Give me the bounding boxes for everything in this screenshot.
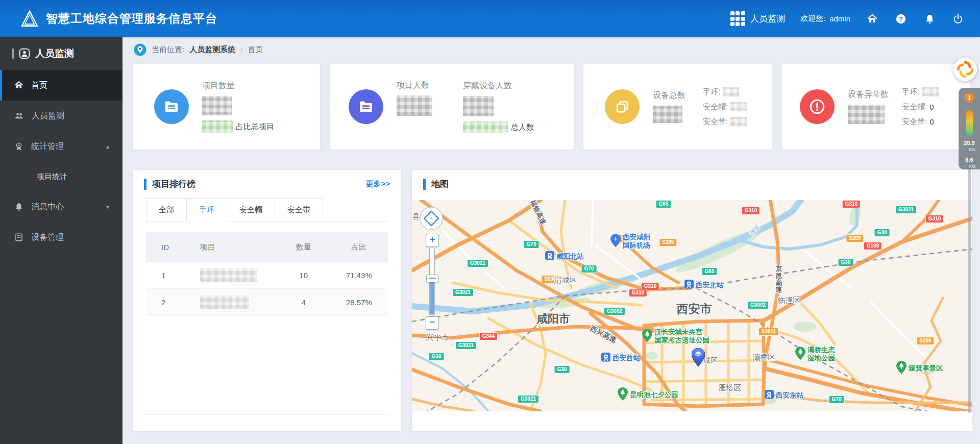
- sidebar-item-label: 消息中心: [31, 202, 64, 212]
- road-badge: G310: [742, 207, 760, 215]
- train-station-icon: [545, 251, 554, 262]
- card-footer-label: 总人数: [511, 122, 534, 132]
- welcome-user[interactable]: 欢迎您: admin: [800, 14, 850, 23]
- bell-icon[interactable]: [923, 12, 936, 26]
- tab-belt[interactable]: 安全带: [275, 198, 323, 221]
- card-project-count: 项目数量 占比总项目: [133, 64, 320, 150]
- road-badge: G30: [838, 258, 854, 266]
- folder-icon: [349, 89, 383, 124]
- map-place-label: 兴平市: [426, 333, 449, 341]
- poi-label: 咸阳北站: [556, 253, 584, 261]
- map-place-label: 渭城区: [554, 276, 577, 284]
- map-place-label: 临潼区: [778, 296, 801, 304]
- breadcrumb-current-page[interactable]: 首页: [248, 45, 263, 55]
- road-badge: G3021: [895, 206, 917, 214]
- redacted-value: [922, 87, 939, 96]
- breadcrumb: 当前位置: 人员监测系统 / 首页: [122, 37, 980, 62]
- table-row: 2 4 28.57%: [146, 289, 388, 316]
- down-arrow-icon: ▼: [963, 164, 967, 169]
- device-row-label: 安全帽:: [902, 102, 927, 112]
- card-footer-label: 占比总项目: [236, 122, 274, 132]
- redacted-value: [463, 96, 494, 116]
- poi-label: 西安北站: [696, 281, 723, 289]
- sidebar-subitem-label: 项目统计: [37, 172, 67, 182]
- panel-title: 项目排行榜: [152, 178, 195, 190]
- download-speed: 6.6 ▼ K/s: [963, 157, 975, 169]
- map-pan-control[interactable]: [419, 206, 444, 233]
- sidebar-item-statistics[interactable]: 统计管理 ▲: [0, 131, 122, 162]
- svg-text:✈: ✈: [614, 236, 618, 241]
- map-place-label: 灞桥区: [753, 353, 776, 361]
- road-badge: S209: [846, 234, 864, 242]
- road-badge: G65: [656, 200, 672, 208]
- card-title: 项目人数: [397, 80, 432, 91]
- cell-id: 2: [146, 298, 200, 307]
- zoom-slider-handle[interactable]: [426, 275, 438, 282]
- map-poi: 簸箕掌景区: [896, 361, 943, 376]
- sidebar-item-home[interactable]: 首页: [0, 70, 122, 101]
- poi-label: 簸箕掌景区: [909, 364, 943, 373]
- road-badge: G3021: [452, 288, 474, 297]
- bell-icon: [14, 202, 23, 211]
- device-row-label: 安全带:: [703, 117, 728, 127]
- road-badge: S3011: [758, 328, 779, 336]
- chevron-up-icon: ▲: [105, 144, 110, 150]
- road-badge: G3021: [467, 259, 488, 267]
- tab-all[interactable]: 全部: [146, 198, 187, 221]
- panel-bottom-divider: [144, 414, 390, 415]
- map-place-label: 咸阳市: [536, 313, 570, 325]
- map-place-label: 西兴高速: [589, 325, 618, 344]
- card-title: 设备异常数: [848, 89, 889, 100]
- power-icon[interactable]: [951, 12, 965, 26]
- tab-helmet[interactable]: 安全帽: [227, 198, 275, 221]
- copy-icon: [605, 89, 640, 124]
- breadcrumb-system-link[interactable]: 人员监测系统: [189, 45, 235, 55]
- more-link[interactable]: 更多>>: [365, 179, 390, 189]
- speed-monitor-panel[interactable]: 1 20.9 ▲ K/s 6.6 ▼ K/s: [959, 88, 980, 169]
- train-station-icon: [601, 353, 610, 364]
- ranking-table: ID 项目 数量 占比 1 10 71.43% 2 4 28.57%: [146, 232, 388, 316]
- road-badge: G310: [629, 289, 647, 297]
- road-badge: G70: [829, 396, 845, 404]
- poi-label: 汉长安城未央宫国家考古遗址公园: [654, 328, 709, 344]
- road-badge: G3021: [455, 341, 477, 350]
- map-marker-pin[interactable]: [692, 348, 705, 368]
- map-place-label: 渭河: [749, 224, 762, 238]
- sidebar-item-messages[interactable]: 消息中心 ▼: [0, 191, 122, 222]
- sidebar-title-label: 人员监测: [35, 47, 74, 60]
- poi-label: 西安东站: [776, 391, 803, 400]
- sidebar-item-label: 统计管理: [31, 141, 64, 152]
- medal-icon: [14, 142, 23, 151]
- park-pin-icon: [795, 347, 805, 362]
- redacted-value: [848, 105, 885, 124]
- zoom-in-button[interactable]: +: [426, 234, 439, 247]
- cell-count: 4: [277, 298, 330, 307]
- sidebar-item-personnel[interactable]: 人员监测: [0, 101, 122, 131]
- road-badge: G30: [554, 365, 570, 374]
- card-title: 项目数量: [202, 81, 274, 91]
- train-station-icon: [765, 390, 774, 401]
- welcome-label: 欢迎您:: [800, 14, 825, 23]
- map-place-label: 京昆高速: [776, 265, 782, 293]
- speed-gradient-bar: [966, 110, 973, 136]
- tab-bracelet[interactable]: 手环: [186, 198, 227, 222]
- zoom-out-button[interactable]: −: [426, 316, 439, 330]
- sidebar-item-devices[interactable]: 设备管理: [0, 222, 122, 253]
- redacted-value: [730, 117, 747, 126]
- app-switcher[interactable]: 人员监测: [730, 11, 785, 26]
- col-header-project: 项目: [200, 242, 277, 252]
- map-poi: 汉长安城未央宫国家考古遗址公园: [642, 328, 709, 344]
- security-ball-button[interactable]: [953, 58, 977, 81]
- help-icon[interactable]: ?: [894, 12, 908, 26]
- park-pin-icon: [618, 387, 628, 403]
- redacted-project-name: [200, 268, 257, 282]
- panel-title: 地图: [431, 178, 449, 190]
- map-place-label: 雁塔区: [719, 384, 742, 392]
- home-icon: [14, 81, 23, 90]
- home-icon[interactable]: [866, 12, 879, 26]
- sidebar-subitem-project-stats[interactable]: 项目统计: [0, 162, 122, 191]
- title-accent-bar: [423, 179, 426, 190]
- map-canvas[interactable]: G65G70G70S1S105G3021G3021S208G310G310G31…: [412, 200, 972, 411]
- card-device-total: 设备总数 手环: 安全帽: 安全带:: [583, 64, 772, 150]
- road-badge: G30: [429, 353, 445, 361]
